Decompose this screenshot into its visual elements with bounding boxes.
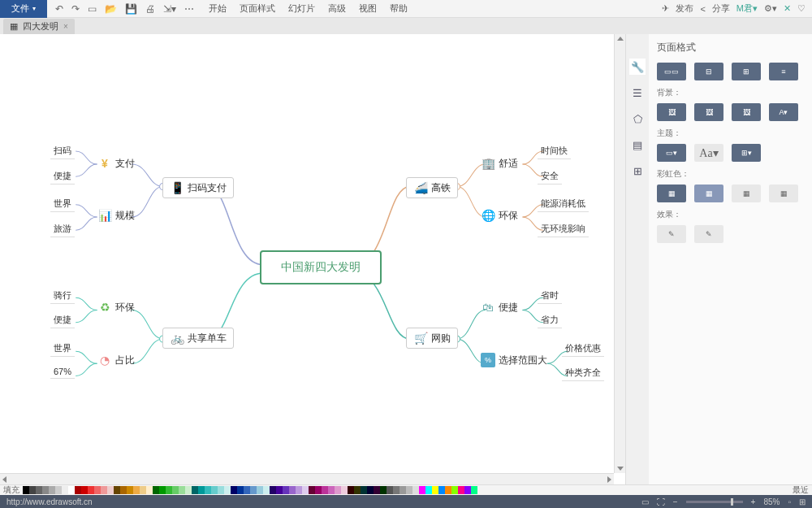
layout-thumb[interactable]: ⊟ <box>694 63 723 80</box>
color-swatch[interactable] <box>302 486 309 494</box>
fullscreen-icon[interactable]: ⛶ <box>657 497 665 506</box>
color-swatch[interactable] <box>406 486 412 494</box>
color-swatch[interactable] <box>374 486 380 494</box>
leaf-travel[interactable]: 旅游 <box>50 221 75 237</box>
layout-thumb[interactable]: ▭▭ <box>657 63 686 80</box>
leaf-price[interactable]: 价格优惠 <box>562 341 604 357</box>
zoom-out-icon[interactable]: − <box>673 497 678 506</box>
bg-thumb[interactable]: A▾ <box>769 103 798 121</box>
panel-tab-text[interactable]: ▤ <box>629 137 646 153</box>
color-swatch[interactable] <box>367 486 374 494</box>
menu-view[interactable]: 视图 <box>359 2 377 15</box>
export-icon[interactable]: ⇲▾ <box>163 3 176 15</box>
color-swatch[interactable] <box>244 486 250 494</box>
save-icon[interactable]: 💾 <box>125 3 137 15</box>
color-swatch[interactable] <box>425 486 432 494</box>
menu-advanced[interactable]: 高级 <box>328 2 346 15</box>
color-swatch[interactable] <box>218 486 224 494</box>
color-swatch[interactable] <box>237 486 244 494</box>
color-swatch[interactable] <box>471 486 477 494</box>
color-swatch[interactable] <box>205 486 211 494</box>
color-swatch[interactable] <box>94 486 101 494</box>
branch-shopping[interactable]: 🛒 网购 <box>406 328 458 349</box>
center-node[interactable]: 中国新四大发明 <box>260 250 382 284</box>
heart-icon[interactable]: ♡ <box>797 3 806 14</box>
color-swatch[interactable] <box>224 486 231 494</box>
color-swatch[interactable] <box>341 486 348 494</box>
color-swatch[interactable] <box>140 486 146 494</box>
document-tab[interactable]: ▦ 四大发明 × <box>3 19 75 34</box>
vertical-scrollbar[interactable] <box>614 34 625 473</box>
color-swatch[interactable] <box>146 486 153 494</box>
color-swatch[interactable] <box>458 486 464 494</box>
leaf-energy[interactable]: 能源消耗低 <box>538 196 589 212</box>
color-swatch[interactable] <box>88 486 94 494</box>
leaf-convenient2[interactable]: 便捷 <box>50 312 75 328</box>
sub-convenient[interactable]: 🛍 便捷 <box>481 300 518 315</box>
color-swatch[interactable] <box>23 486 29 494</box>
rainbow-thumb[interactable]: ▦ <box>657 185 686 202</box>
color-swatch[interactable] <box>296 486 302 494</box>
color-swatch[interactable] <box>315 486 322 494</box>
leaf-env[interactable]: 无环境影响 <box>538 221 589 237</box>
leaf-saveeffort[interactable]: 省力 <box>538 312 562 328</box>
color-swatch[interactable] <box>198 486 205 494</box>
color-swatch[interactable] <box>29 486 36 494</box>
color-swatch[interactable] <box>127 486 133 494</box>
layout-thumb[interactable]: ≡ <box>769 63 798 80</box>
rainbow-thumb[interactable]: ▦ <box>694 185 723 202</box>
sub-share[interactable]: ◔ 占比 <box>97 353 135 367</box>
menu-page-style[interactable]: 页面样式 <box>240 2 275 15</box>
leaf-67pct[interactable]: 67% <box>50 365 75 379</box>
color-swatch[interactable] <box>55 486 62 494</box>
rainbow-thumb[interactable]: ▦ <box>732 185 761 202</box>
open-icon[interactable]: 📂 <box>105 3 117 15</box>
color-swatch[interactable] <box>328 486 335 494</box>
layout-thumb[interactable]: ⊞ <box>732 63 761 80</box>
color-swatch[interactable] <box>185 486 192 494</box>
bg-thumb[interactable]: 🖼 <box>657 103 686 121</box>
color-swatch[interactable] <box>179 486 185 494</box>
color-swatch[interactable] <box>101 486 107 494</box>
color-swatch[interactable] <box>361 486 367 494</box>
sub-comfort[interactable]: 🏢 舒适 <box>481 156 518 171</box>
color-swatch[interactable] <box>114 486 120 494</box>
leaf-variety[interactable]: 种类齐全 <box>562 365 604 381</box>
color-swatch[interactable] <box>322 486 328 494</box>
theme-font[interactable]: Aa▾ <box>694 144 723 162</box>
file-menu[interactable]: 文件 <box>0 0 47 18</box>
color-swatch[interactable] <box>393 486 400 494</box>
undo-icon[interactable]: ↶ <box>55 3 63 15</box>
color-swatch[interactable] <box>250 486 257 494</box>
print-icon[interactable]: 🖨 <box>145 3 155 15</box>
sub-scale[interactable]: 📊 规模 <box>97 208 135 223</box>
color-swatch[interactable] <box>120 486 127 494</box>
leaf-savetime[interactable]: 省时 <box>538 288 562 304</box>
close-icon[interactable]: × <box>63 22 68 31</box>
branch-bike-share[interactable]: 🚲 共享单车 <box>162 328 234 349</box>
status-url[interactable]: http://www.edrawsoft.cn <box>6 497 93 506</box>
user-menu[interactable]: M君▾ <box>736 2 758 15</box>
panel-tab-shape[interactable]: ⬠ <box>629 111 646 127</box>
leaf-safe[interactable]: 安全 <box>538 168 562 185</box>
sub-choice[interactable]: % 选择范围大 <box>481 353 547 367</box>
color-swatch[interactable] <box>263 486 270 494</box>
effect-thumb[interactable]: ✎ <box>694 225 723 243</box>
color-swatch[interactable] <box>445 486 451 494</box>
color-swatch[interactable] <box>159 486 166 494</box>
share-icon[interactable]: < <box>700 4 705 14</box>
panel-tab-list[interactable]: ☰ <box>629 85 646 101</box>
color-swatch[interactable] <box>438 486 445 494</box>
color-swatch[interactable] <box>380 486 387 494</box>
color-swatch[interactable] <box>289 486 296 494</box>
color-swatch[interactable] <box>464 486 471 494</box>
leaf-world2[interactable]: 世界 <box>50 341 75 357</box>
color-swatch[interactable] <box>400 486 406 494</box>
effect-thumb[interactable]: ✎ <box>657 225 686 243</box>
color-swatch[interactable] <box>432 486 438 494</box>
branch-rail[interactable]: 🚄 高铁 <box>406 177 458 198</box>
menu-slides[interactable]: 幻灯片 <box>288 2 315 15</box>
color-swatch[interactable] <box>335 486 341 494</box>
bg-thumb[interactable]: 🖼 <box>732 103 761 121</box>
color-swatch[interactable] <box>81 486 88 494</box>
